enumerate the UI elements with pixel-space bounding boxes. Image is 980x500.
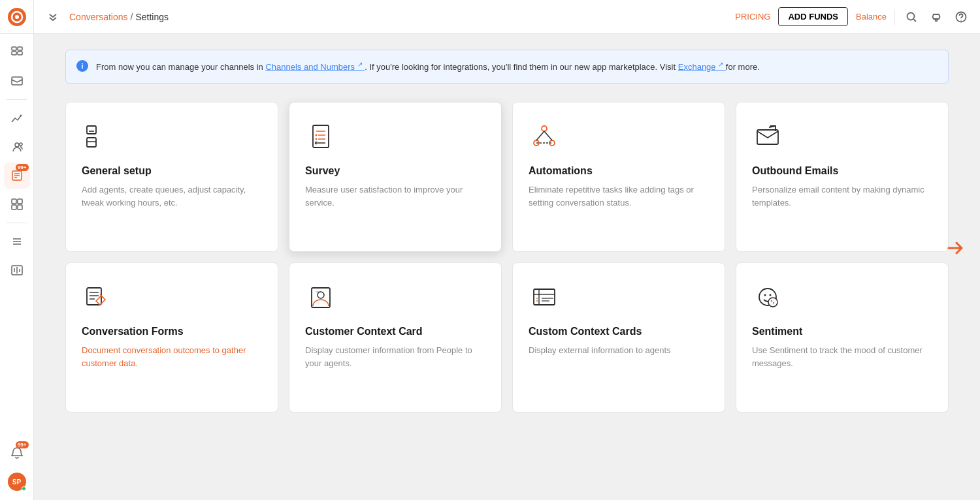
card-sentiment[interactable]: Sentiment Use Sentiment to track the moo…: [736, 262, 949, 413]
svg-rect-18: [18, 205, 22, 210]
card-general-setup[interactable]: General setup Add agents, create queues,…: [65, 102, 278, 252]
online-indicator: [22, 486, 26, 491]
channels-link[interactable]: Channels and Numbers ↗: [265, 62, 365, 72]
customer-context-card-icon: [305, 281, 336, 313]
card-customer-context-card-title: Customer Context Card: [305, 326, 485, 337]
svg-rect-35: [313, 125, 329, 148]
sidebar-item-inbox[interactable]: [4, 68, 30, 94]
add-funds-button[interactable]: ADD FUNDS: [778, 7, 848, 26]
card-custom-context-cards-title: Custom Context Cards: [529, 326, 709, 337]
card-customer-context-card[interactable]: Customer Context Card Display customer i…: [289, 262, 502, 413]
svg-rect-5: [12, 52, 16, 55]
bell-badge: 99+: [16, 441, 29, 448]
banner-text: From now you can manage your channels in…: [96, 59, 760, 74]
card-automations[interactable]: Automations Eliminate repetitive tasks l…: [512, 102, 725, 252]
conversation-forms-icon: [82, 281, 113, 313]
svg-point-2: [15, 15, 19, 19]
survey-icon: [305, 121, 336, 152]
sidebar-item-tickets[interactable]: 99+: [4, 163, 30, 189]
svg-point-39: [316, 138, 318, 140]
svg-rect-51: [87, 288, 101, 305]
card-sentiment-desc: Use Sentiment to track the mood of custo…: [752, 344, 932, 370]
custom-context-cards-icon: [529, 281, 560, 313]
svg-point-67: [764, 294, 766, 296]
svg-point-37: [316, 134, 318, 136]
app-logo[interactable]: [0, 0, 34, 34]
card-survey-desc: Measure user satisfaction to improve you…: [305, 183, 485, 210]
svg-point-28: [936, 19, 938, 21]
outbound-emails-icon: [752, 121, 783, 152]
svg-line-27: [914, 19, 917, 22]
card-conversation-forms[interactable]: Conversation Forms Document conversation…: [65, 262, 278, 413]
sidebar-item-rules[interactable]: [4, 257, 30, 283]
help-icon-button[interactable]: [953, 8, 970, 25]
svg-rect-16: [18, 199, 22, 204]
sidebar-item-lists[interactable]: [4, 228, 30, 255]
exchange-link[interactable]: Exchange ↗: [678, 62, 726, 72]
card-general-setup-title: General setup: [82, 165, 262, 177]
card-survey[interactable]: Survey Measure user satisfaction to impr…: [289, 102, 502, 252]
notification-icon-button[interactable]: [928, 8, 945, 25]
card-general-setup-desc: Add agents, create queues, adjust capaci…: [82, 183, 262, 210]
scroll-right-arrow[interactable]: [943, 236, 967, 260]
sidebar-bottom: 99+ SP: [4, 440, 30, 500]
card-custom-context-cards-desc: Display external information to agents: [529, 344, 709, 357]
sidebar-item-conversations[interactable]: [4, 39, 30, 65]
svg-point-68: [770, 294, 772, 296]
notification-badge: 99+: [16, 164, 29, 171]
search-icon-button[interactable]: [903, 8, 920, 25]
general-setup-icon: [82, 121, 113, 152]
breadcrumb: Conversations / Settings: [69, 12, 169, 22]
automations-icon: [529, 121, 560, 152]
svg-point-43: [542, 126, 547, 131]
card-custom-context-cards[interactable]: Custom Context Cards Display external in…: [512, 262, 725, 413]
sidebar-item-reports[interactable]: [4, 105, 30, 131]
info-icon: i: [76, 60, 88, 72]
sidebar-item-avatar[interactable]: SP: [4, 469, 30, 495]
sidebar-item-integrations[interactable]: [4, 191, 30, 217]
svg-rect-15: [12, 199, 16, 204]
card-survey-title: Survey: [305, 165, 485, 177]
svg-point-70: [771, 300, 772, 302]
header-divider: [894, 9, 895, 25]
svg-rect-56: [312, 288, 330, 307]
svg-point-69: [768, 298, 777, 307]
info-banner: i From now you can manage your channels …: [65, 50, 949, 84]
svg-rect-49: [757, 130, 778, 144]
header-right: PRICING ADD FUNDS Balance: [735, 7, 970, 26]
card-sentiment-title: Sentiment: [752, 326, 932, 337]
card-automations-desc: Eliminate repetitive tasks like adding t…: [529, 183, 709, 210]
svg-rect-4: [18, 47, 22, 50]
sidebar: 99+: [0, 0, 34, 500]
sidebar-divider-2: [7, 223, 27, 223]
sidebar-item-notifications[interactable]: 99+: [4, 440, 30, 466]
breadcrumb-settings: Settings: [135, 12, 169, 22]
svg-point-26: [907, 12, 915, 20]
svg-point-30: [960, 20, 961, 20]
sidebar-item-contacts[interactable]: [4, 134, 30, 160]
svg-line-50: [769, 126, 776, 127]
breadcrumb-conversations[interactable]: Conversations: [69, 12, 128, 22]
sidebar-nav: 99+: [0, 34, 33, 283]
balance-label: Balance: [856, 12, 887, 22]
svg-point-41: [316, 142, 318, 144]
svg-line-47: [544, 131, 552, 140]
card-outbound-emails-title: Outbound Emails: [752, 165, 932, 177]
sentiment-icon: [752, 281, 783, 313]
page-content: i From now you can manage your channels …: [34, 34, 980, 500]
svg-rect-17: [12, 205, 16, 210]
sidebar-divider-1: [7, 99, 27, 100]
card-outbound-emails[interactable]: Outbound Emails Personalize email conten…: [736, 102, 949, 252]
svg-point-71: [773, 302, 774, 304]
expand-button[interactable]: [44, 8, 61, 25]
settings-cards-grid: General setup Add agents, create queues,…: [65, 102, 949, 413]
card-conversation-forms-title: Conversation Forms: [82, 326, 262, 337]
svg-rect-31: [87, 126, 96, 134]
svg-point-57: [318, 292, 324, 298]
svg-rect-6: [18, 52, 22, 55]
breadcrumb-separator: /: [131, 12, 133, 22]
svg-point-9: [15, 143, 19, 147]
pricing-link[interactable]: PRICING: [735, 12, 770, 22]
main-container: Conversations / Settings PRICING ADD FUN…: [34, 0, 980, 500]
top-header: Conversations / Settings PRICING ADD FUN…: [34, 0, 980, 34]
